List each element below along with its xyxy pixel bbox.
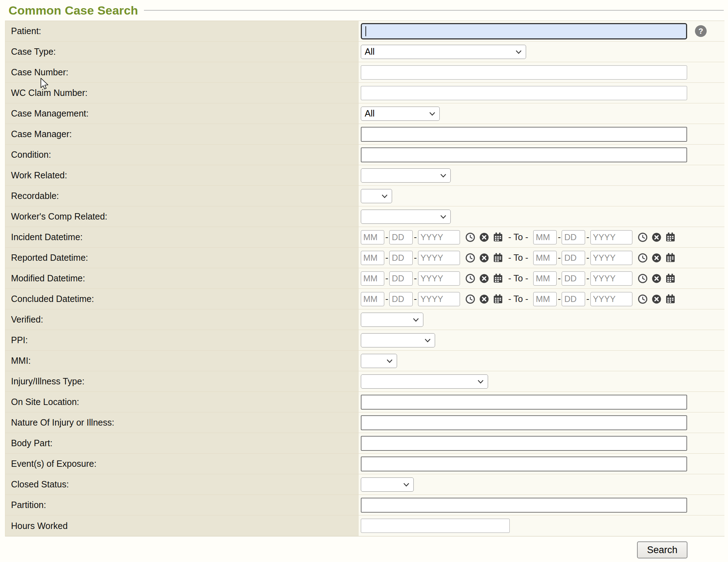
condition-input[interactable] [361,147,687,162]
mmi-select[interactable] [361,354,397,368]
date-field-separator: - [414,273,417,283]
day-input[interactable] [562,292,585,306]
row-work-related: Work Related: [5,165,724,186]
calendar-icon[interactable] [493,232,503,243]
time-picker-icon[interactable] [465,294,476,304]
nature-of-injury-input[interactable] [361,415,687,430]
time-picker-icon[interactable] [465,253,476,263]
work-related-select[interactable] [361,168,451,183]
year-input[interactable] [590,230,632,244]
patient-input[interactable] [361,23,687,39]
clear-date-icon[interactable] [651,273,662,284]
clear-date-icon[interactable] [651,294,662,304]
fieldset-line [144,10,724,11]
calendar-icon[interactable] [665,253,676,263]
month-input[interactable] [361,230,384,244]
calendar-icon[interactable] [665,273,676,284]
month-input[interactable] [533,292,557,306]
label-text: Patient: [11,26,41,36]
range-to-separator: - To - [508,232,529,242]
recordable-select[interactable] [361,189,392,203]
day-input[interactable] [562,271,585,286]
page-title: Common Case Search [9,4,138,17]
row-patient: Patient: ? [5,21,724,42]
time-picker-icon[interactable] [637,232,648,243]
case-management-label: Case Management: [5,103,359,124]
partition-label: Partition: [5,495,359,515]
clear-date-icon[interactable] [479,273,489,284]
case-manager-input[interactable] [361,127,687,142]
row-partition: Partition: [5,495,724,515]
clear-date-icon[interactable] [479,253,489,263]
calendar-icon[interactable] [493,294,503,304]
wc-claim-number-label: WC Claim Number: [5,83,359,103]
ppi-label: PPI: [5,330,359,350]
month-input[interactable] [361,271,384,286]
wc-claim-number-input[interactable] [361,86,687,100]
time-picker-icon[interactable] [637,294,648,304]
year-input[interactable] [590,271,632,286]
page-header: Common Case Search [0,0,728,21]
workers-comp-related-select[interactable] [361,210,451,224]
row-hours-worked: Hours Worked [5,515,724,536]
events-of-exposure-input[interactable] [361,456,687,471]
row-concluded-datetime: Concluded Datetime: - - - To - - [5,289,724,309]
modified-datetime-range: - - - To - - - [359,268,724,288]
clear-date-icon[interactable] [479,232,489,243]
case-number-input[interactable] [361,65,687,80]
time-picker-icon[interactable] [465,273,476,284]
year-input[interactable] [418,251,460,265]
calendar-icon[interactable] [493,273,503,284]
day-input[interactable] [562,230,585,244]
calendar-icon[interactable] [665,232,676,243]
help-icon[interactable]: ? [695,25,707,37]
on-site-location-input[interactable] [361,395,687,410]
clear-date-icon[interactable] [651,253,662,263]
incident-datetime-range: - - - To - - - [359,227,724,247]
year-input[interactable] [590,292,632,306]
verified-select[interactable] [361,313,423,327]
year-input[interactable] [418,271,460,286]
label-text: Hours Worked [11,521,68,531]
injury-illness-type-label: Injury/Illness Type: [5,371,359,391]
year-input[interactable] [418,230,460,244]
month-input[interactable] [361,292,384,306]
time-picker-icon[interactable] [465,232,476,243]
time-picker-icon[interactable] [637,253,648,263]
month-input[interactable] [533,251,557,265]
label-text: Worker's Comp Related: [11,211,107,222]
case-management-select[interactable]: All [361,107,440,121]
day-input[interactable] [389,251,413,265]
injury-illness-type-select[interactable] [361,374,488,389]
day-input[interactable] [562,251,585,265]
label-text: Injury/Illness Type: [11,376,85,387]
month-input[interactable] [533,230,557,244]
range-to-separator: - To - [508,273,529,283]
closed-status-select[interactable] [361,477,414,492]
partition-input[interactable] [361,498,687,513]
row-recordable: Recordable: [5,186,724,206]
date-field-separator: - [414,253,417,263]
date-field-separator: - [586,273,589,283]
chevron-down-icon [380,191,389,201]
clear-date-icon[interactable] [651,232,662,243]
calendar-icon[interactable] [665,294,676,304]
year-input[interactable] [418,292,460,306]
calendar-icon[interactable] [493,253,503,263]
clear-date-icon[interactable] [479,294,489,304]
year-input[interactable] [590,251,632,265]
time-picker-icon[interactable] [637,273,648,284]
case-type-select[interactable]: All [361,45,526,59]
day-input[interactable] [389,271,413,286]
case-manager-label: Case Manager: [5,124,359,144]
label-text: Concluded Datetime: [11,294,94,304]
search-button[interactable]: Search [637,541,687,558]
events-of-exposure-label: Event(s) of Exposure: [5,454,359,474]
month-input[interactable] [361,251,384,265]
month-input[interactable] [533,271,557,286]
hours-worked-input[interactable] [361,519,510,533]
ppi-select[interactable] [361,333,435,347]
body-part-input[interactable] [361,436,687,451]
day-input[interactable] [389,230,413,244]
day-input[interactable] [389,292,413,306]
